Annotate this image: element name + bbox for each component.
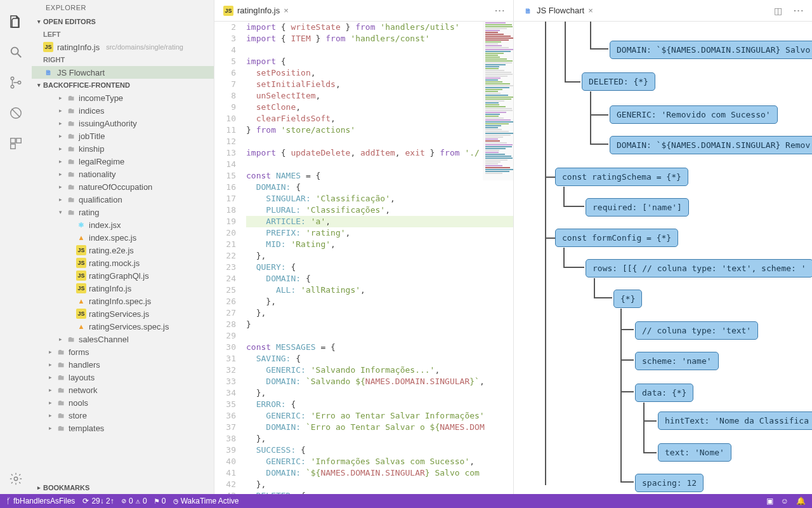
- file-rating-e2e[interactable]: JSrating.e2e.js: [32, 244, 214, 257]
- svg-line-1: [18, 54, 22, 58]
- section-bookmarks[interactable]: ▸BOOKMARKS: [32, 481, 214, 494]
- svg-point-0: [11, 48, 18, 55]
- svg-rect-8: [16, 138, 21, 143]
- folder-indices[interactable]: ▸🖿indices: [32, 104, 214, 117]
- fc-node: hintText: 'Nome da Classifica: [658, 411, 812, 430]
- feedback-icon[interactable]: ☺: [781, 497, 789, 505]
- folder-layouts[interactable]: ▸🖿layouts: [32, 371, 214, 384]
- folder-issuingauthority[interactable]: ▸🖿issuingAuthority: [32, 117, 214, 130]
- folder-forms[interactable]: ▸🖿forms: [32, 345, 214, 358]
- fc-node: {*}: [613, 290, 642, 308]
- fc-node: rows: [[{ // coluna type: 'text', scheme…: [586, 259, 812, 277]
- branch-icon: ᚶ: [6, 497, 11, 505]
- file-ratinginfo-spec[interactable]: ▲ratingInfo.spec.js: [32, 295, 214, 307]
- group-left: LEFT: [32, 28, 214, 41]
- svg-point-2: [11, 77, 14, 80]
- warning-icon: ⚠: [136, 497, 140, 505]
- section-open-editors[interactable]: ▾OPEN EDITORS: [32, 15, 214, 28]
- folder-handlers[interactable]: ▸🖿handlers: [32, 358, 214, 371]
- folder-jobtitle[interactable]: ▸🖿jobTitle: [32, 130, 214, 142]
- editor-pane: JSratingInfo.js× ··· 2345678910111213141…: [214, 0, 812, 494]
- file-ratingservices[interactable]: JSratingServices.js: [32, 307, 214, 320]
- code-editor[interactable]: 2345678910111213141516171819202122232425…: [214, 22, 513, 494]
- folder-incometype[interactable]: ▸🖿incomeType: [32, 91, 214, 104]
- tabs-right: 🗎JS Flowchart× ◫ ···: [514, 0, 812, 22]
- group-right: RIGHT: [32, 53, 214, 66]
- search-icon[interactable]: [7, 43, 25, 61]
- folder-nools[interactable]: ▸🖿nools: [32, 396, 214, 409]
- problems[interactable]: ⊘0 ⚠0: [122, 497, 147, 505]
- settings-icon[interactable]: [7, 470, 25, 488]
- scm-icon[interactable]: [7, 74, 25, 91]
- folder-kinship[interactable]: ▸🖿kinship: [32, 142, 214, 155]
- fc-node: GENERIC: 'Removido com Sucesso': [610, 105, 778, 124]
- open-editor-ratinginfo[interactable]: JSratingInfo.jssrc/domains/single/rating: [32, 41, 214, 53]
- fc-node: spacing: 12: [635, 474, 704, 492]
- wakatime[interactable]: ◷WakaTime Active: [174, 497, 239, 505]
- fc-node: // coluna type: 'text': [635, 321, 758, 340]
- split-editor-icon[interactable]: ◫: [771, 6, 785, 16]
- statusbar: ᚶfbHandlersAsFiles ⟳29↓ 2↑ ⊘0 ⚠0 ⚑0 ◷Wak…: [0, 494, 812, 508]
- file-index-jsx[interactable]: ⚛index.jsx: [32, 218, 214, 231]
- open-editor-flowchart[interactable]: 🗎JS Flowchart: [32, 66, 214, 79]
- tab-ratinginfo[interactable]: JSratingInfo.js×: [218, 0, 294, 21]
- fc-node: scheme: 'name': [635, 352, 719, 370]
- fc-node: text: 'Nome': [658, 443, 731, 462]
- sidebar-title: EXPLORER: [32, 0, 214, 15]
- debug-icon[interactable]: [7, 104, 25, 122]
- sidebar: EXPLORER ▾OPEN EDITORS LEFT JSratingInfo…: [32, 0, 214, 494]
- git-branch[interactable]: ᚶfbHandlersAsFiles: [6, 497, 75, 505]
- fc-node: const formConfig = {*}: [555, 229, 678, 247]
- fc-node: DOMAIN: `${NAMES.DOMAIN.SINGULAR} Remov: [610, 136, 812, 154]
- file-rating-mock[interactable]: JSrating.mock.js: [32, 257, 214, 269]
- editor-right: 🗎JS Flowchart× ◫ ··· DOMAIN: `${NAMES.DO…: [514, 0, 812, 494]
- notifications-icon[interactable]: 🔔: [796, 497, 806, 505]
- editor-left: JSratingInfo.js× ··· 2345678910111213141…: [214, 0, 514, 494]
- folder-network[interactable]: ▸🖿network: [32, 384, 214, 396]
- terminal-icon[interactable]: ▣: [766, 497, 773, 505]
- explorer-icon[interactable]: [7, 13, 25, 30]
- clock-icon: ◷: [174, 497, 178, 505]
- flowchart-canvas[interactable]: DOMAIN: `${NAMES.DOMAIN.SINGULAR} Salvo …: [514, 22, 812, 494]
- folder-templates[interactable]: ▸🖿templates: [32, 422, 214, 434]
- folder-rating[interactable]: ▾🖿rating: [32, 206, 214, 218]
- folder-legalregime[interactable]: ▸🖿legalRegime: [32, 155, 214, 168]
- folder-saleschannel[interactable]: ▸🖿salesChannel: [32, 333, 214, 345]
- svg-point-3: [11, 85, 14, 88]
- svg-line-6: [12, 109, 20, 117]
- folder-nationality[interactable]: ▸🖿nationality: [32, 168, 214, 180]
- file-ratingservices-spec[interactable]: ▲ratingServices.spec.js: [32, 320, 214, 333]
- section-project[interactable]: ▾BACKOFFICE-FRONTEND: [32, 79, 214, 91]
- svg-rect-7: [11, 138, 15, 143]
- activity-bar: [0, 0, 32, 494]
- file-rating-graphql[interactable]: JSratingGraphQl.js: [32, 269, 214, 282]
- file-tree: ▸🖿incomeType ▸🖿indices ▸🖿issuingAuthorit…: [32, 91, 214, 481]
- folder-qualification[interactable]: ▸🖿qualification: [32, 193, 214, 206]
- tab-flowchart[interactable]: 🗎JS Flowchart×: [518, 0, 598, 21]
- fc-node: required: ['name']: [586, 198, 689, 217]
- fc-node: DELETED: {*}: [582, 72, 655, 91]
- error-icon: ⊘: [122, 497, 126, 505]
- svg-point-4: [18, 81, 21, 84]
- file-index-spec[interactable]: ▲index.spec.js: [32, 231, 214, 244]
- tab-overflow-icon[interactable]: ···: [491, 6, 509, 15]
- fc-node: data: {*}: [635, 384, 693, 402]
- svg-point-10: [14, 477, 18, 481]
- git-sync[interactable]: ⟳29↓ 2↑: [82, 497, 114, 505]
- tab-overflow-icon[interactable]: ···: [790, 6, 808, 15]
- sync-icon: ⟳: [82, 497, 89, 505]
- fc-node: const ratingSchema = {*}: [555, 168, 688, 186]
- flag-icon: ⚑: [155, 497, 159, 505]
- folder-store[interactable]: ▸🖿store: [32, 409, 214, 422]
- extensions-icon[interactable]: [7, 135, 25, 152]
- fc-node: DOMAIN: `${NAMES.DOMAIN.SINGULAR} Salvo: [610, 41, 812, 59]
- tabs-left: JSratingInfo.js× ···: [214, 0, 513, 22]
- folder-natureofoccupation[interactable]: ▸🖿natureOfOccupation: [32, 180, 214, 193]
- file-ratinginfo[interactable]: JSratingInfo.js: [32, 282, 214, 295]
- lint[interactable]: ⚑0: [155, 497, 166, 505]
- close-icon[interactable]: ×: [588, 6, 593, 15]
- close-icon[interactable]: ×: [284, 6, 289, 15]
- svg-rect-9: [11, 144, 15, 149]
